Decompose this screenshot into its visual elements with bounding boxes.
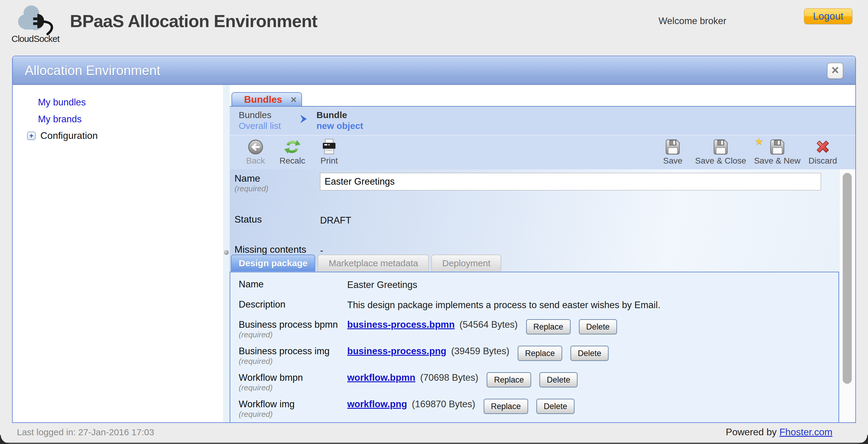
breadcrumb: Bundles Overall list Bundle new object [230, 106, 855, 135]
file-required-note: (required) [239, 357, 347, 366]
sidebar: My bundles My brands + Configuration [13, 85, 223, 422]
breadcrumb-target-subtitle: new object [316, 121, 363, 131]
floppy-save-icon [664, 138, 681, 155]
bottom-right-corner [859, 435, 868, 444]
replace-button[interactable]: Replace [487, 372, 531, 387]
recalc-button[interactable]: Recalc [278, 138, 307, 166]
save-and-close-button[interactable]: Save & Close [695, 138, 746, 166]
save-label: Save [663, 156, 682, 166]
window-title: Allocation Environment [25, 63, 160, 78]
print-button[interactable]: Print [315, 138, 344, 166]
delete-button[interactable]: Delete [579, 319, 617, 335]
panel-row-business-process-bpmn: Business process bpmn (required) busines… [230, 319, 838, 346]
splitter[interactable] [223, 85, 230, 422]
file-link[interactable]: workflow.bpmn [347, 372, 415, 383]
toolbar-left-group: Back Recalc Print [241, 138, 344, 166]
panel-row-workflow-img: Workflow img (required) workflow.png (16… [230, 399, 838, 422]
delete-button[interactable]: Delete [570, 346, 609, 361]
replace-button[interactable]: Replace [518, 346, 562, 361]
file-row-label: Workflow bmpn [239, 372, 347, 383]
missing-contents-value: - [320, 244, 323, 256]
recalc-arrows-icon [284, 138, 301, 155]
breadcrumb-source-title: Bundles [239, 109, 281, 121]
tab-marketplace-metadata[interactable]: Marketplace metadata [318, 255, 429, 272]
red-cross-discard-icon [814, 138, 831, 155]
file-row-label: Business process bpmn [239, 319, 347, 330]
delete-button[interactable]: Delete [539, 372, 578, 387]
design-package-panel: Name Easter Greetings Description This d… [230, 272, 839, 422]
powered-by-label: Powered by [726, 426, 777, 437]
breadcrumb-target-title: Bundle [316, 109, 363, 121]
tab-bundles[interactable]: Bundles × [231, 92, 302, 106]
app-title: BPaaS Allocation Environment [70, 11, 317, 31]
replace-button[interactable]: Replace [484, 399, 528, 414]
tab-deployment[interactable]: Deployment [431, 255, 501, 272]
breadcrumb-source-link[interactable]: Overall list [239, 121, 281, 131]
file-required-note: (required) [239, 330, 347, 340]
file-required-note: (required) [239, 410, 347, 419]
toolbar-right-group: Save Save & Close ★ Save & New [658, 138, 837, 166]
file-link[interactable]: workflow.png [347, 399, 407, 410]
file-size: (54564 Bytes) [460, 319, 518, 330]
save-and-close-label: Save & Close [695, 156, 746, 166]
name-field-label: Name [235, 173, 320, 184]
dp-description-label: Description [239, 299, 347, 310]
discard-label: Discard [809, 156, 837, 166]
logout-button[interactable]: Logout [804, 8, 852, 24]
status-field-label: Status [235, 214, 320, 225]
bottom-left-corner [0, 435, 9, 444]
name-input[interactable] [320, 173, 821, 190]
panel-row-business-process-img: Business process img (required) business… [230, 346, 838, 372]
file-row-label: Business process img [239, 346, 347, 357]
sidebar-item-configuration[interactable]: + Configuration [27, 130, 223, 141]
status-value: DRAFT [320, 214, 351, 226]
file-size: (169870 Bytes) [412, 399, 475, 410]
dp-name-value: Easter Greetings [347, 279, 417, 299]
print-label: Print [320, 156, 338, 166]
panel-row-description: Description This design package implemen… [230, 299, 838, 319]
window-titlebar: Allocation Environment × [13, 56, 855, 85]
save-and-new-button[interactable]: ★ Save & New [754, 138, 801, 166]
discard-button[interactable]: Discard [808, 138, 837, 166]
splitter-handle-icon[interactable] [224, 250, 229, 255]
back-arrow-icon [247, 138, 264, 155]
tab-close-icon[interactable]: × [290, 95, 297, 104]
panel-row-name: Name Easter Greetings [230, 279, 838, 299]
name-required-note: (required) [235, 184, 320, 193]
window-body: My bundles My brands + Configuration Bun… [13, 85, 855, 422]
save-button[interactable]: Save [658, 138, 687, 166]
page-footer: Last logged in: 27-Jan-2016 17:03 Powere… [0, 423, 868, 444]
fhoster-link[interactable]: Fhoster.com [779, 426, 832, 437]
back-button[interactable]: Back [241, 138, 270, 166]
tab-bundles-label: Bundles [244, 94, 282, 105]
sidebar-item-my-brands[interactable]: My brands [38, 113, 223, 125]
replace-button[interactable]: Replace [526, 319, 570, 335]
dp-name-label: Name [239, 279, 347, 290]
floppy-save-close-icon [712, 138, 729, 155]
document-tab-row: Bundles × [230, 85, 855, 106]
window-bottom-edge [0, 443, 868, 444]
delete-button[interactable]: Delete [536, 399, 575, 414]
tab-design-package[interactable]: Design package [231, 255, 315, 272]
expand-plus-icon[interactable]: + [27, 132, 36, 140]
page-header: CloudSocket BPaaS Allocation Environment… [0, 0, 868, 56]
file-link[interactable]: business-process.bpmn [347, 319, 455, 330]
sidebar-item-my-bundles[interactable]: My bundles [38, 96, 223, 108]
welcome-text: Welcome broker [658, 15, 726, 27]
content-area: Bundles × Bundles Overall list Bundle ne… [230, 85, 855, 422]
panel-row-workflow-bpmn: Workflow bmpn (required) workflow.bpmn (… [230, 372, 838, 399]
powered-by-text: Powered by Fhoster.com [726, 426, 832, 438]
allocation-environment-window: Allocation Environment × My bundles My b… [12, 56, 856, 423]
toolbar: Back Recalc Print [230, 135, 855, 169]
last-login-text: Last logged in: 27-Jan-2016 17:03 [17, 427, 154, 437]
sidebar-item-label: Configuration [40, 130, 98, 141]
window-close-button[interactable]: × [827, 63, 843, 79]
dp-description-value: This design package implements a process… [347, 299, 660, 319]
scrollbar-thumb[interactable] [843, 173, 852, 384]
logo-wordmark: CloudSocket [11, 34, 59, 44]
printer-icon [321, 138, 338, 155]
file-size: (39459 Bytes) [451, 346, 509, 357]
file-link[interactable]: business-process.png [347, 346, 446, 357]
back-label: Back [246, 156, 265, 166]
vertical-scrollbar[interactable] [839, 169, 855, 422]
